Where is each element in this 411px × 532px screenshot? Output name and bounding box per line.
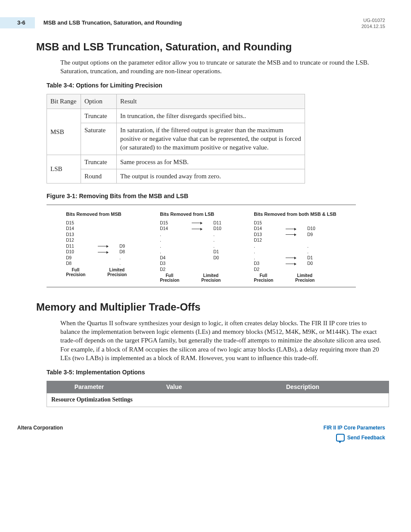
bit-row: .. — [160, 237, 232, 243]
page-footer: Altera Corporation FIR II IP Core Parame… — [17, 424, 385, 443]
limited-precision-bit — [119, 232, 138, 238]
doc-id: UG-01072 — [361, 17, 385, 23]
speech-bubble-icon — [336, 434, 345, 442]
foot-full: FullPrecision — [66, 268, 85, 277]
result-cell: The output is rounded away from zero. — [117, 169, 305, 183]
figure-3-1: Bits Removed from MSBD15D14D13D12D11D9D1… — [47, 205, 356, 287]
arrow-right-icon — [286, 234, 296, 235]
result-cell: In truncation, the filter disregards spe… — [117, 109, 305, 123]
limited-precision-bit: D9 — [307, 232, 326, 238]
footer-company: Altera Corporation — [17, 424, 63, 431]
table-3-5-caption: Table 3-5: Implementation Options — [47, 368, 385, 376]
arrow-slot — [191, 237, 201, 243]
full-precision-bit: D14 — [254, 226, 273, 232]
send-feedback-link[interactable]: Send Feedback — [336, 434, 385, 442]
arrow-slot — [97, 249, 107, 255]
table-row: MSB Truncate In truncation, the filter d… — [47, 109, 305, 123]
limited-precision-bit — [307, 220, 326, 226]
table-3-4: Bit Range Option Result MSB Truncate In … — [47, 94, 305, 184]
page-number: 3-6 — [0, 17, 35, 28]
arrow-slot — [285, 232, 295, 238]
arrow-slot — [97, 261, 107, 267]
limited-precision-bit — [119, 237, 138, 243]
table-row: Parameter Value Description — [47, 381, 389, 393]
arrow-right-icon — [286, 264, 296, 264]
bit-row: .. — [254, 243, 336, 249]
bit-row: D13D9 — [254, 232, 336, 238]
arrow-right-icon — [98, 252, 108, 253]
foot-limited: LimitedPrecision — [295, 273, 314, 283]
limited-precision-bit: . — [307, 243, 326, 249]
page-header: 3-6 MSB and LSB Truncation, Saturation, … — [17, 17, 385, 30]
running-title: MSB and LSB Truncation, Saturation, and … — [44, 19, 182, 27]
section-title-memory: Memory and Multiplier Trade-Offs — [36, 300, 385, 314]
limited-precision-bit: . — [213, 237, 232, 243]
arrow-right-icon — [286, 229, 296, 230]
arrow-right-icon — [286, 258, 296, 258]
bit-row: D14D10 — [254, 226, 336, 232]
table-3-4-caption: Table 3-4: Options for Limiting Precisio… — [47, 81, 385, 90]
bit-row: D13 — [66, 232, 138, 238]
full-precision-bit: D13 — [66, 232, 85, 238]
limited-precision-bit: D10 — [307, 226, 326, 232]
full-precision-bit: D15 — [254, 220, 273, 226]
bit-row: D8. — [66, 261, 138, 267]
foot-full: FullPrecision — [160, 273, 179, 283]
arrow-slot — [97, 226, 107, 232]
limited-precision-bit: D1 — [213, 249, 232, 255]
figure-column-title: Bits Removed from LSB — [160, 211, 232, 218]
bit-row: D15D11 — [160, 220, 232, 226]
limited-precision-bit: D11 — [213, 220, 232, 226]
arrow-slot — [97, 255, 107, 261]
bit-row: D2 — [254, 267, 336, 273]
figure-column: Bits Removed from LSBD15D11D14D10.......… — [160, 211, 232, 283]
arrow-slot — [285, 226, 295, 232]
full-precision-bit: . — [160, 232, 179, 238]
arrow-slot — [285, 261, 295, 267]
footer-link-parameters[interactable]: FIR II IP Core Parameters — [324, 424, 385, 431]
table-3-5: Parameter Value Description Resource Opt… — [47, 381, 389, 407]
full-precision-bit: D13 — [254, 232, 273, 238]
col-header: Result — [117, 94, 305, 109]
full-precision-bit: D2 — [254, 267, 273, 273]
doc-date: 2014.12.15 — [361, 23, 385, 29]
arrow-slot — [191, 255, 201, 261]
foot-full: FullPrecision — [254, 273, 273, 283]
full-precision-bit: . — [254, 255, 273, 261]
table-row: LSB Truncate Same process as for MSB. — [47, 155, 305, 169]
limited-precision-bit — [213, 267, 232, 273]
full-precision-bit: D9 — [66, 255, 85, 261]
arrow-slot — [285, 267, 295, 273]
bit-row: D10D8 — [66, 249, 138, 255]
arrow-slot — [191, 249, 201, 255]
full-precision-bit: D3 — [254, 261, 273, 267]
bit-row: .D1 — [160, 249, 232, 255]
limited-precision-bit: D0 — [307, 261, 326, 267]
arrow-slot — [285, 249, 295, 255]
table-row: Saturate In saturation, if the filtered … — [47, 123, 305, 155]
result-cell: In saturation, if the filtered output is… — [117, 123, 305, 155]
figure-foot: FullPrecisionLimitedPrecision — [66, 268, 138, 277]
bit-row: D2 — [160, 267, 232, 273]
foot-limited: LimitedPrecision — [107, 268, 126, 277]
arrow-slot — [191, 226, 201, 232]
limited-precision-bit: D1 — [307, 255, 326, 261]
full-precision-bit: D12 — [254, 237, 273, 243]
bit-row: D3 — [160, 261, 232, 267]
arrow-slot — [97, 243, 107, 249]
limited-precision-bit — [119, 226, 138, 232]
limited-precision-bit: D10 — [213, 226, 232, 232]
limited-precision-bit — [307, 267, 326, 273]
full-precision-bit: D14 — [160, 226, 179, 232]
arrow-slot — [191, 243, 201, 249]
full-precision-bit: D15 — [66, 220, 85, 226]
section-body-1: The output options on the parameter edit… — [60, 58, 385, 76]
bit-row: .D1 — [254, 255, 336, 261]
option-cell: Truncate — [81, 109, 117, 123]
arrow-right-icon — [98, 246, 108, 247]
foot-limited: LimitedPrecision — [201, 273, 220, 283]
arrow-slot — [191, 220, 201, 226]
section-body-2: When the Quartus II software synthesizes… — [60, 319, 385, 362]
figure-foot: FullPrecisionLimitedPrecision — [254, 273, 336, 283]
option-cell: Round — [81, 169, 117, 183]
